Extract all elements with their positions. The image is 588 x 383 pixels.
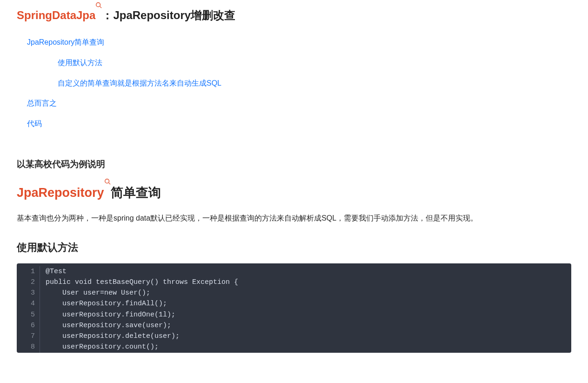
code-line: 6 userRepository.save(user); xyxy=(17,320,571,331)
title-sep: ： xyxy=(102,9,113,21)
code-line: 7 userRepository.delete(user); xyxy=(17,331,571,342)
title-rest: JpaRepository增删改查 xyxy=(113,9,235,21)
line-number: 2 xyxy=(17,277,40,288)
code-block-default-methods: 1@Test 2public void testBaseQuery() thro… xyxy=(17,263,571,353)
code-line: 1@Test xyxy=(17,266,571,277)
line-number: 5 xyxy=(17,309,40,320)
svg-point-2 xyxy=(105,179,109,183)
code-text: userRepository.findAll(); xyxy=(40,298,167,309)
line-number: 7 xyxy=(17,331,40,342)
section-keyword: JpaRepository xyxy=(17,183,111,203)
code-line: 5 userRepository.findOne(1l); xyxy=(17,309,571,320)
toc-item-default-methods[interactable]: 使用默认方法 xyxy=(58,57,571,69)
line-number: 1 xyxy=(17,266,40,277)
code-line: 8 userRepository.count(); xyxy=(17,342,571,352)
line-number: 6 xyxy=(17,320,40,331)
line-number: 4 xyxy=(17,298,40,309)
code-line: 3 User user=new User(); xyxy=(17,288,571,298)
svg-line-1 xyxy=(100,7,102,8)
section-keyword-text: JpaRepository xyxy=(17,186,104,200)
code-text: userRepository.findOne(1l); xyxy=(40,309,175,320)
svg-point-0 xyxy=(96,3,100,7)
default-methods-heading: 使用默认方法 xyxy=(17,239,571,255)
section-simple-query-heading: JpaRepository 简单查询 xyxy=(17,183,571,203)
code-text: userRepository.save(user); xyxy=(40,320,171,331)
toc-item-code[interactable]: 代码 xyxy=(27,118,571,130)
toc-item-summary[interactable]: 总而言之 xyxy=(27,97,571,109)
title-keyword: SpringDataJpa xyxy=(17,7,102,24)
search-icon xyxy=(95,2,102,8)
example-heading: 以某高校代码为例说明 xyxy=(17,157,571,171)
code-line: 2public void testBaseQuery() throws Exce… xyxy=(17,277,571,288)
svg-line-3 xyxy=(108,182,110,184)
code-line: 4 userRepository.findAll(); xyxy=(17,298,571,309)
line-number: 8 xyxy=(17,342,40,352)
code-text: public void testBaseQuery() throws Excep… xyxy=(40,277,238,288)
section-rest: 简单查询 xyxy=(111,186,161,200)
line-number: 3 xyxy=(17,288,40,298)
code-text: @Test xyxy=(40,266,67,277)
page-title: SpringDataJpa ：JpaRepository增删改查 xyxy=(17,7,571,24)
table-of-contents: JpaRepository简单查询 使用默认方法 自定义的简单查询就是根据方法名… xyxy=(27,36,571,129)
title-keyword-text: SpringDataJpa xyxy=(17,9,95,21)
toc-item-simple-query[interactable]: JpaRepository简单查询 xyxy=(27,36,571,48)
search-icon xyxy=(104,178,111,185)
code-text: userRepository.count(); xyxy=(40,342,159,352)
code-text: userRepository.delete(user); xyxy=(40,331,180,342)
intro-paragraph: 基本查询也分为两种，一种是spring data默认已经实现，一种是根据查询的方… xyxy=(17,211,571,225)
toc-item-custom-query[interactable]: 自定义的简单查询就是根据方法名来自动生成SQL xyxy=(58,77,571,89)
code-text: User user=new User(); xyxy=(40,288,150,298)
